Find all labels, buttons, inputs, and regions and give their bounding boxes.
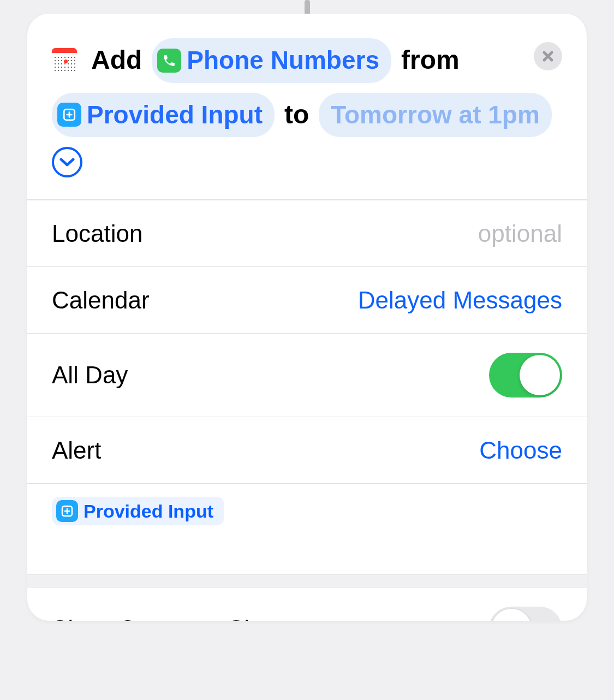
chevron-down-icon [59,157,75,167]
section-gap [27,574,587,588]
close-button[interactable] [534,42,562,70]
notes-variable-token[interactable]: Provided Input [52,497,224,525]
location-row[interactable]: Location optional [27,200,587,267]
date-token-label: Tomorrow at 1pm [331,95,540,135]
text-to: to [284,94,309,136]
compose-sheet-label: Show Compose Sheet [52,615,291,621]
location-placeholder: optional [478,220,562,247]
calendar-value: Delayed Messages [358,287,562,314]
source-variable-token[interactable]: Provided Input [52,93,275,138]
action-header: Add Phone Numbers from Provided Input to… [27,14,587,199]
close-icon [542,50,554,62]
calendar-label: Calendar [52,287,150,314]
source-variable-label: Provided Input [87,95,263,135]
alert-row[interactable]: Alert Choose [27,417,587,484]
action-verb: Add [91,39,142,81]
provided-input-icon [56,500,78,522]
provided-input-icon [57,103,81,127]
title-variable-label: Phone Numbers [187,40,379,81]
action-title-line: Add Phone Numbers from Provided Input to… [52,38,562,177]
location-label: Location [52,220,142,247]
calendar-row[interactable]: Calendar Delayed Messages [27,267,587,334]
notes-variable-label: Provided Input [84,501,213,522]
toggle-knob [491,609,532,621]
action-card: Add Phone Numbers from Provided Input to… [27,14,587,621]
toggle-knob [520,355,560,395]
compose-sheet-toggle[interactable] [489,607,562,621]
compose-sheet-row: Show Compose Sheet [27,588,587,621]
phone-icon [157,49,181,73]
all-day-toggle[interactable] [489,353,562,398]
all-day-label: All Day [52,361,128,389]
alert-value: Choose [479,437,562,464]
expand-chevron-button[interactable] [52,147,82,177]
notes-area[interactable]: Provided Input [27,484,587,574]
calendar-app-icon [52,48,77,73]
date-token[interactable]: Tomorrow at 1pm [319,93,552,138]
all-day-row: All Day [27,334,587,417]
text-from: from [401,39,460,81]
alert-label: Alert [52,437,101,464]
title-variable-token[interactable]: Phone Numbers [152,38,391,83]
